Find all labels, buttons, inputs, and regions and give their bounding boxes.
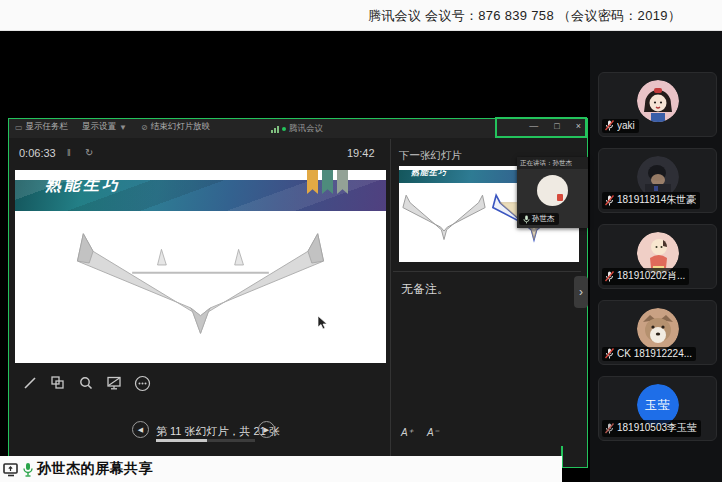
mic-muted-icon	[605, 195, 614, 206]
next-slide-label: 下一张幻灯片	[399, 149, 462, 163]
black-screen-button[interactable]	[105, 374, 123, 392]
app-window: 腾讯会议 会议号：876 839 758 （会议密码：2019） ▭ 显示任务栏…	[0, 0, 722, 482]
mic-muted-icon	[605, 271, 614, 282]
taskbar-icon: ▭	[15, 123, 23, 132]
participant-tile[interactable]: yaki	[598, 72, 717, 137]
window-title-text: 腾讯会议	[289, 123, 323, 135]
mic-active-icon	[22, 462, 34, 477]
slide-navigation: ◀ 第 11 张幻灯片，共 21 张 ▶	[9, 419, 389, 449]
name-chip: 181910503李玉莹	[602, 420, 701, 437]
participant-tile[interactable]: CK 181912224...	[598, 300, 717, 365]
screen-share-viewport: ▭ 显示任务栏 显示设置 ▼ ⊘ 结束幻灯片放映 腾讯会议	[0, 31, 590, 482]
close-button[interactable]: ×	[576, 121, 581, 131]
ribbon-bookmark	[322, 170, 333, 194]
end-slideshow-button[interactable]: ⊘ 结束幻灯片放映	[141, 121, 210, 133]
expand-panel-button[interactable]: ›	[574, 276, 588, 308]
meeting-info-bar: 腾讯会议 会议号：876 839 758 （会议密码：2019）	[0, 0, 722, 31]
chevron-down-icon: ▼	[119, 123, 127, 132]
font-decrease-button[interactable]: A⁻	[427, 427, 439, 438]
speaking-floating-window[interactable]: 正在讲话：孙世杰 孙世杰	[517, 157, 588, 228]
restart-timer-icon[interactable]: ↻	[85, 147, 93, 158]
mouse-cursor	[318, 316, 328, 330]
clock-time: 19:42	[347, 147, 375, 159]
show-taskbar-button[interactable]: ▭ 显示任务栏	[15, 121, 68, 133]
mic-muted-icon	[605, 120, 614, 131]
name-chip: CK 181912224...	[602, 347, 696, 361]
signal-icon	[271, 126, 279, 133]
slide-title: 熟能生巧	[45, 175, 121, 196]
slide-progress-bar	[156, 439, 255, 442]
participant-tile[interactable]: 玉莹 181910503李玉莹	[598, 376, 717, 441]
zoom-tool-button[interactable]	[77, 374, 95, 392]
ribbon-bookmarks	[307, 170, 348, 194]
participant-tile[interactable]: 181910202肖...	[598, 224, 717, 289]
speaker-name: 孙世杰	[532, 214, 555, 224]
name-chip: 181910202肖...	[602, 268, 689, 285]
avatar	[637, 308, 679, 350]
display-settings-button[interactable]: 显示设置 ▼	[82, 121, 127, 133]
pause-timer-icon[interactable]: ‖	[67, 148, 71, 158]
ribbon-bookmark	[337, 170, 348, 194]
notes-text: 无备注。	[401, 281, 449, 298]
screen-share-icon	[3, 462, 19, 477]
window-title: 腾讯会议	[271, 123, 323, 135]
status-dot-icon	[282, 127, 286, 131]
participant-name: 181910503李玉莹	[617, 421, 697, 435]
annotation-toolbar	[21, 374, 151, 392]
window-titlebar: ▭ 显示任务栏 显示设置 ▼ ⊘ 结束幻灯片放映 腾讯会议	[9, 119, 587, 138]
ribbon-bookmark	[307, 170, 318, 194]
speaker-avatar	[537, 175, 568, 206]
display-settings-label: 显示设置	[82, 121, 116, 133]
notes-divider	[393, 271, 581, 272]
name-chip: yaki	[602, 119, 639, 133]
pen-tool-button[interactable]	[21, 374, 39, 392]
participant-name: 181910202肖...	[617, 269, 685, 283]
panel-divider	[390, 139, 391, 469]
presenter-toolbar: ▭ 显示任务栏 显示设置 ▼ ⊘ 结束幻灯片放映	[15, 121, 210, 133]
next-slide-button[interactable]: ▶	[258, 421, 275, 438]
participant-name: CK 181912224...	[617, 348, 692, 359]
share-status-bar: 孙世杰的屏幕共享	[0, 456, 562, 482]
end-show-icon: ⊘	[141, 123, 148, 132]
window-controls: — □ ×	[529, 121, 581, 131]
more-options-button[interactable]	[133, 374, 151, 392]
speaking-header: 正在讲话：孙世杰	[517, 157, 588, 169]
presenter-timer-row: 0:06:33 ‖ ↻ 19:42	[9, 144, 389, 164]
elapsed-timer: 0:06:33	[19, 147, 56, 159]
show-taskbar-label: 显示任务栏	[26, 121, 69, 133]
minimize-button[interactable]: —	[529, 121, 538, 131]
mic-active-icon	[523, 215, 530, 224]
avatar	[637, 80, 679, 122]
current-slide: 熟能生巧	[15, 170, 386, 363]
maximize-button[interactable]: □	[554, 121, 559, 131]
previous-slide-button[interactable]: ◀	[132, 421, 149, 438]
share-status-label: 孙世杰的屏幕共享	[37, 460, 153, 478]
slide-grid-button[interactable]	[49, 374, 67, 392]
font-increase-button[interactable]: A⁺	[401, 427, 413, 438]
name-chip: 181911814朱世豪	[602, 192, 700, 209]
participant-name: yaki	[617, 120, 635, 131]
participant-name: 181911814朱世豪	[617, 193, 696, 207]
end-slideshow-label: 结束幻灯片放映	[151, 121, 211, 133]
shared-presenter-window: ▭ 显示任务栏 显示设置 ▼ ⊘ 结束幻灯片放映 腾讯会议	[8, 118, 588, 468]
participant-sidebar: yaki 181911814朱世豪	[590, 31, 722, 482]
participant-tile[interactable]: 181911814朱世豪	[598, 148, 717, 213]
meeting-title: 腾讯会议 会议号：876 839 758 （会议密码：2019）	[368, 7, 681, 25]
thumbnail-slide-title: 熟能生巧	[411, 167, 447, 178]
slide-progress-fill	[156, 439, 207, 442]
notes-font-controls: A⁺ A⁻	[401, 427, 439, 438]
aircraft-3d-model	[73, 222, 328, 347]
mic-muted-icon	[605, 423, 614, 434]
speaker-name-chip: 孙世杰	[519, 213, 559, 225]
mic-muted-icon	[605, 348, 614, 359]
